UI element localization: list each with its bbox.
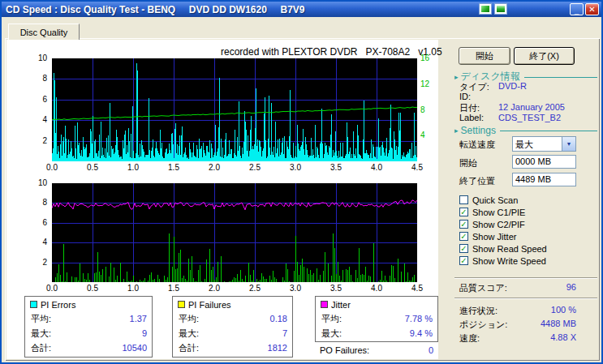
speed-value: 4.88 X [550,332,576,345]
checkbox-show-write-speed[interactable]: ✓Show Write Speed [459,255,546,266]
stat-row: 合計:1812 [178,340,287,355]
disc-mini-icon[interactable] [494,3,507,15]
po-failures-value: 0 [429,345,433,355]
checkbox-icon[interactable]: ✓ [459,256,468,265]
axis-tick-label: 8 [42,74,47,84]
axis-tick-label: 10 [38,178,47,188]
axis-tick-label: 8 [420,105,425,115]
stat-row: 最大:7 [178,326,287,340]
po-failures-label: PO Failures: [320,345,369,355]
app-window: CD Speed : Disc Quality Test - BENQ DVD … [0,0,603,364]
axis-tick-label: 0.5 [87,284,98,293]
jitter-box: Jitter 平均:7.78 % 最大:9.4 % [315,296,438,342]
titlebar[interactable]: CD Speed : Disc Quality Test - BENQ DVD … [2,2,601,17]
axis-tick-label: 12 [420,79,429,89]
pie-chart-speed-axis: 161284 [419,58,437,161]
speed-label: 速度: [459,332,480,345]
close-button[interactable]: ✕ [585,3,599,15]
po-failures-row: PO Failures: 0 [320,345,433,355]
position-label: ポジション: [459,319,507,331]
stat-value: 9 [142,328,147,338]
close-icon: ✕ [588,5,595,14]
checkbox-icon[interactable]: ✓ [459,195,468,204]
tab-label: Disc Quality [20,28,68,37]
checkbox-label: Show C1/PIE [472,208,525,217]
axis-tick-label: 3.5 [330,284,342,293]
stat-value: 10540 [122,343,147,353]
axis-tick-label: 2.5 [249,163,261,172]
exit-button[interactable]: 終了(X) [514,47,575,65]
axis-tick-label: 4.5 [411,284,423,293]
stat-label: 最大: [31,328,51,340]
stat-label: 最大: [179,328,199,340]
stat-row: 平均:7.78 % [321,311,433,326]
axis-tick-label: 4 [42,238,47,247]
axis-tick-label: 1.5 [168,163,179,172]
axis-tick-label: 2.0 [209,284,220,293]
caption-buttons: _ ✕ [570,3,599,15]
pi-errors-swatch-icon [30,301,37,308]
stat-value: 1.37 [130,314,147,323]
stat-row: 最大:9.4 % [321,326,433,340]
axis-tick-label: 0.5 [87,163,98,172]
axis-tick-label: 4 [420,131,425,140]
minimize-button[interactable]: _ [570,3,584,15]
checkbox-label: Show Read Speed [472,244,547,254]
axis-tick-label: 2.5 [249,284,261,293]
jitter-swatch-icon [321,301,328,308]
pi-errors-box: PI Errors 平均:1.37 最大:9 合計:10540 [24,296,153,358]
dropdown-arrow-icon[interactable]: ▼ [562,137,575,151]
stat-label: 最大: [321,328,342,340]
checkbox-label: Show Jitter [472,232,516,242]
start-position-label: 開始 [459,157,477,169]
axis-tick-label: 1.0 [127,284,139,293]
section-arrow-icon: ▸ [454,73,459,81]
section-rule [500,131,597,131]
quality-score-label: 品質スコア: [459,282,507,294]
section-rule [524,77,597,78]
checkbox-show-c1-pie[interactable]: ✓Show C1/PIE [459,207,525,217]
pie-chart-y-axis: 108642 [26,58,47,161]
stat-row: 最大:9 [30,326,147,340]
section-arrow-icon: ▸ [454,126,459,135]
checkbox-show-jitter[interactable]: ✓Show Jitter [459,231,516,242]
progress-row: 進行状況:100 % [459,305,576,317]
checkbox-show-read-speed[interactable]: ✓Show Read Speed [459,243,547,254]
separator [454,277,597,279]
stat-label: 平均: [31,313,51,325]
pi-failures-box: PI Failures 平均:0.18 最大:7 合計:1812 [172,296,293,358]
stat-value: 0.18 [270,314,287,323]
checkbox-label: Show Write Speed [472,256,546,266]
stat-value: 7.78 % [405,314,433,323]
checkbox-icon[interactable]: ✓ [459,220,468,229]
tab-disc-quality[interactable]: Disc Quality [8,24,80,40]
transfer-speed-select[interactable]: 最大 ▼ [512,136,576,152]
pi-failures-swatch-icon [178,301,185,308]
minimize-icon: _ [575,6,579,15]
progress-label: 進行状況: [459,305,497,317]
pi-failures-title: PI Failures [188,300,231,310]
axis-tick-label: 1.5 [168,284,179,293]
checkbox-quick-scan[interactable]: ✓Quick Scan [459,195,518,205]
stat-value: 9.4 % [410,328,433,338]
chart-mini-icon[interactable] [479,3,492,15]
disc-label-row: Label:CDS_TEST_B2 [459,113,599,122]
axis-tick-label: 10 [38,54,47,63]
axis-tick-label: 4 [42,115,47,125]
axis-tick-label: 16 [420,54,429,63]
pi-errors-title: PI Errors [41,300,75,310]
end-position-input[interactable]: 4489 MB [512,173,576,186]
start-position-input[interactable]: 0000 MB [512,155,576,169]
checkbox-icon[interactable]: ✓ [459,244,468,253]
axis-tick-label: 4.0 [371,163,382,172]
speed-row: 速度:4.88 X [459,332,576,345]
start-button[interactable]: 開始 [459,47,510,65]
checkbox-show-c2-pif[interactable]: ✓Show C2/PIF [459,219,525,229]
checkbox-icon[interactable]: ✓ [459,232,468,241]
checkbox-label: Quick Scan [472,195,518,205]
position-value: 4488 MB [541,319,576,331]
stat-label: 平均: [179,313,199,325]
axis-tick-label: 2.0 [209,163,220,172]
checkbox-icon[interactable]: ✓ [459,208,468,216]
axis-tick-label: 3.5 [330,163,342,172]
